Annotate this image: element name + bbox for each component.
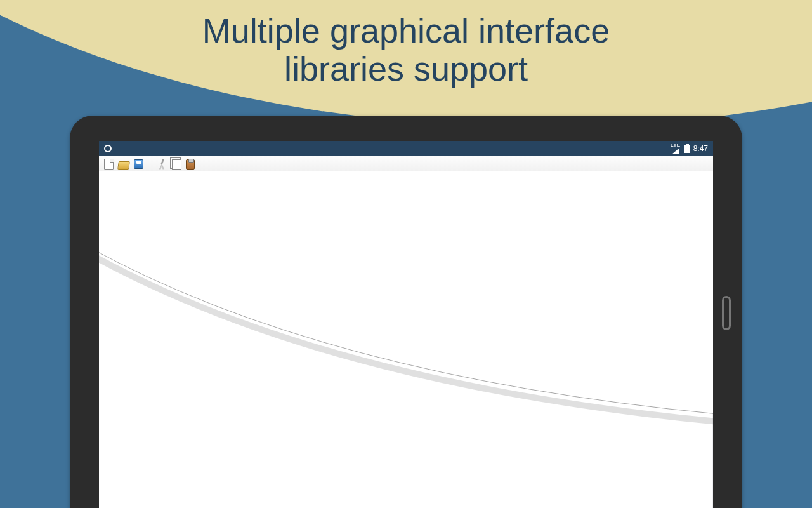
cut-icon[interactable]	[157, 159, 166, 170]
scroll-up-arrow-icon[interactable]	[705, 177, 712, 184]
copy-icon[interactable]	[172, 159, 181, 170]
tablet-home-button[interactable]	[722, 296, 731, 330]
promo-headline: Multiple graphical interface libraries s…	[0, 11, 812, 88]
android-status-bar: LTE 8:47	[99, 141, 713, 156]
paste-icon[interactable]	[186, 159, 195, 170]
lte-indicator: LTE	[671, 143, 681, 148]
save-file-icon[interactable]	[134, 159, 143, 169]
signal-icon	[672, 148, 679, 154]
status-app-icon	[104, 145, 112, 152]
pyside-label: PySide6	[552, 197, 675, 235]
battery-icon	[684, 145, 690, 153]
tablet-screen: do the . see your pane. Your few seconds…	[99, 141, 713, 508]
new-file-icon[interactable]	[104, 159, 114, 170]
status-clock: 8:47	[693, 144, 708, 153]
headline-line2: libraries support	[284, 50, 528, 88]
tablet-frame: do the . see your pane. Your few seconds…	[70, 116, 742, 508]
headline-line1: Multiple graphical interface	[202, 11, 610, 50]
editor-toolbar	[99, 156, 713, 173]
open-file-icon[interactable]	[117, 161, 130, 170]
